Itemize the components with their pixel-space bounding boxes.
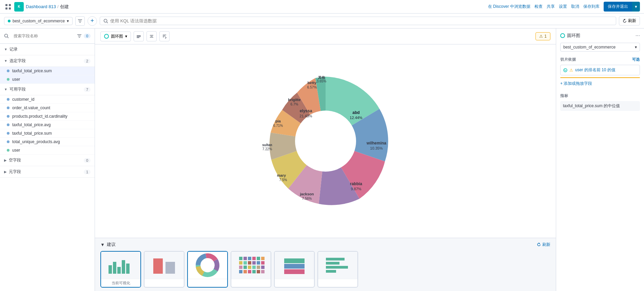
svg-text:abd: abd (352, 110, 359, 115)
add-field-button[interactable]: + 添加或拖放字段 (560, 79, 640, 88)
list-item[interactable]: total_unique_products.avg (0, 138, 95, 146)
field-search-input[interactable] (11, 32, 75, 40)
field-name: taxful_total_price.avg (12, 122, 51, 127)
empty-fields-count: 0 (84, 158, 91, 163)
field-type-indicator (7, 115, 9, 118)
svg-rect-2 (5, 7, 7, 9)
svg-rect-61 (239, 257, 242, 260)
filter-options-button[interactable] (75, 16, 85, 26)
field-type-indicator (7, 106, 9, 109)
suggestion-card-3[interactable] (187, 251, 228, 288)
heatmap-preview (237, 255, 265, 275)
svg-text:6.7%: 6.7% (290, 102, 298, 106)
field-filter-count: 0 (84, 34, 91, 38)
svg-rect-89 (326, 262, 339, 265)
list-item[interactable]: taxful_total_price.avg (0, 121, 95, 129)
suggestion-label: 当前可视化 (101, 279, 140, 287)
field-type-indicator (7, 123, 9, 126)
available-fields-section-header[interactable]: ▼ 可用字段 7 (0, 84, 95, 95)
svg-rect-71 (257, 261, 260, 265)
suggestion-preview-5 (275, 252, 314, 279)
svg-rect-53 (153, 258, 163, 274)
topbar: K Dashboard 813 / 创建 在 Discover 中浏览数据 检查… (0, 0, 644, 14)
records-section-header[interactable]: ▼ 记录 (0, 44, 95, 55)
add-filter-button[interactable]: + (87, 16, 97, 26)
svg-rect-80 (243, 270, 247, 273)
suggestion-card-4[interactable] (231, 251, 271, 288)
toolbar-icon-btn-3[interactable] (159, 31, 170, 41)
save-dropdown-button[interactable]: ▾ (632, 2, 640, 12)
svg-point-15 (105, 35, 108, 37)
field-name: user (12, 148, 20, 153)
settings-link[interactable]: 设置 (559, 4, 567, 9)
list-item[interactable]: order_id.value_count (0, 104, 95, 112)
save-draft-link[interactable]: 保存到库 (583, 4, 600, 9)
svg-rect-65 (257, 257, 260, 260)
list-item[interactable]: taxful_total_price.sum (0, 67, 95, 75)
svg-rect-91 (326, 270, 336, 273)
refresh-button[interactable]: 刷新 (619, 16, 640, 25)
svg-point-25 (295, 111, 356, 172)
svg-line-8 (107, 22, 108, 23)
list-item[interactable]: user (0, 146, 95, 155)
svg-rect-83 (257, 270, 260, 273)
suggestion-card-6[interactable] (317, 251, 358, 288)
datasource-selector[interactable]: best_custom_of_ecommerce ▾ (4, 17, 73, 25)
suggestion-card-2[interactable] (144, 251, 184, 288)
svg-rect-0 (5, 4, 7, 6)
suggestions-header: ▼ 建议 刷新 (100, 241, 550, 248)
share-link[interactable]: 共享 (547, 4, 555, 9)
donut-preview (194, 253, 221, 277)
svg-rect-74 (243, 266, 247, 269)
horiz-bar-preview (324, 255, 351, 275)
svg-rect-48 (109, 265, 112, 274)
suggestions-title[interactable]: ▼ 建议 (100, 241, 116, 248)
field-name: taxful_total_price.sum (12, 69, 52, 73)
svg-rect-52 (126, 264, 130, 274)
svg-point-94 (564, 69, 567, 72)
suggestions-refresh[interactable]: 刷新 (537, 242, 550, 248)
search-input[interactable] (110, 18, 612, 23)
svg-text:elyssa: elyssa (299, 109, 312, 113)
svg-rect-62 (243, 257, 247, 260)
datasource-chevron: ▾ (67, 19, 69, 23)
svg-rect-81 (248, 270, 251, 273)
apps-icon[interactable] (4, 3, 12, 11)
list-item[interactable]: customer_id (0, 95, 95, 104)
align-icon (149, 34, 154, 39)
empty-fields-section-header[interactable]: ▶ 空字段 0 (0, 155, 95, 166)
field-search-bar: 0 (0, 28, 95, 44)
donut-icon (104, 34, 109, 39)
list-item[interactable]: taxful_total_price.sum (0, 129, 95, 138)
svg-rect-63 (248, 257, 251, 260)
empty-fields-label: ▶ 空字段 (4, 157, 21, 163)
stacked-bar-preview (281, 255, 308, 275)
svg-rect-79 (239, 270, 242, 273)
meta-fields-count: 1 (84, 170, 91, 174)
suggestion-label-5 (275, 279, 314, 282)
inspect-link[interactable]: 检查 (534, 4, 543, 9)
field-name: total_unique_products.avg (12, 139, 60, 144)
svg-rect-70 (252, 261, 256, 265)
toolbar-icon-btn-1[interactable] (134, 31, 144, 41)
chart-type-button[interactable]: 圆环图 ▾ (100, 32, 131, 41)
save-main-button[interactable]: 保存并退出 (604, 2, 632, 12)
svg-line-10 (7, 37, 9, 38)
cancel-link[interactable]: 取消 (571, 4, 579, 9)
list-item[interactable]: user (0, 75, 95, 84)
datasource-select[interactable]: best_custom_of_ecommerce ▾ (560, 43, 640, 52)
breadcrumb-dashboard-link[interactable]: Dashboard 813 (26, 4, 56, 9)
left-panel: 0 ▼ 记录 ▼ 选定字段 2 taxful_total_price.sum u… (0, 28, 95, 291)
svg-text:7.22%: 7.22% (262, 147, 272, 151)
suggestion-card-current[interactable]: 当前可视化 (100, 251, 141, 288)
meta-fields-section-header[interactable]: ▶ 元字段 1 (0, 166, 95, 178)
suggestions-bar: ▼ 建议 刷新 (95, 238, 556, 291)
suggestion-card-5[interactable] (274, 251, 315, 288)
slice-item[interactable]: ⚠ user 的排名前 10 的值 (560, 65, 640, 75)
discover-link[interactable]: 在 Discover 中浏览数据 (488, 4, 530, 9)
available-fields-count: 7 (84, 87, 91, 92)
toolbar-icon-btn-2[interactable] (147, 31, 157, 41)
selected-fields-section-header[interactable]: ▼ 选定字段 2 (0, 55, 95, 67)
list-item[interactable]: products.product_id.cardinality (0, 112, 95, 121)
more-options-button[interactable]: ··· (636, 33, 640, 39)
